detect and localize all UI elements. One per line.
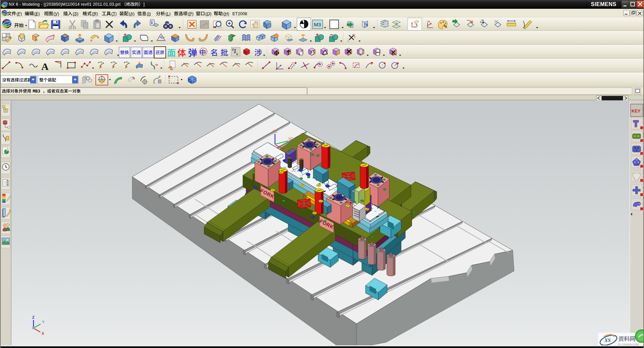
svg-text:(O): (O) bbox=[205, 11, 211, 16]
svg-text:x: x bbox=[354, 36, 356, 38]
svg-text:XS: XS bbox=[604, 338, 611, 343]
svg-text:]: ] bbox=[143, 2, 144, 7]
svg-text:(F): (F) bbox=[17, 11, 22, 16]
svg-text:ET2008: ET2008 bbox=[232, 11, 247, 16]
svg-text:NX 6 - Modeling - [(203850)M11: NX 6 - Modeling - [(203850)M110014 rev01… bbox=[9, 2, 121, 7]
svg-text:A: A bbox=[41, 61, 49, 72]
svg-text:(H): (H) bbox=[223, 11, 229, 16]
svg-text:KEY: KEY bbox=[631, 108, 641, 114]
svg-text:X: X bbox=[42, 331, 44, 335]
svg-text:(R): (R) bbox=[92, 11, 98, 16]
svg-text:(S): (S) bbox=[73, 11, 78, 16]
svg-text:i: i bbox=[151, 20, 153, 25]
svg-text:SIEMENS: SIEMENS bbox=[591, 1, 617, 7]
svg-text:(P): (P) bbox=[188, 11, 194, 16]
svg-text:(E): (E) bbox=[34, 11, 40, 16]
svg-text:M3: M3 bbox=[314, 22, 321, 27]
svg-text:(T): (T) bbox=[111, 11, 117, 16]
svg-text:MB3: MB3 bbox=[33, 89, 41, 94]
svg-text:(L): (L) bbox=[165, 11, 170, 16]
svg-text:(V): (V) bbox=[53, 11, 59, 16]
svg-text:Y: Y bbox=[236, 53, 238, 56]
svg-text:(A): (A) bbox=[129, 11, 135, 16]
svg-text:XC: XC bbox=[288, 136, 293, 141]
svg-text:Z: Z bbox=[32, 315, 34, 319]
svg-text:x: x bbox=[348, 40, 349, 42]
svg-text:(I): (I) bbox=[147, 11, 151, 16]
svg-text:ZC: ZC bbox=[273, 129, 278, 133]
svg-text:Y: Y bbox=[42, 320, 45, 324]
